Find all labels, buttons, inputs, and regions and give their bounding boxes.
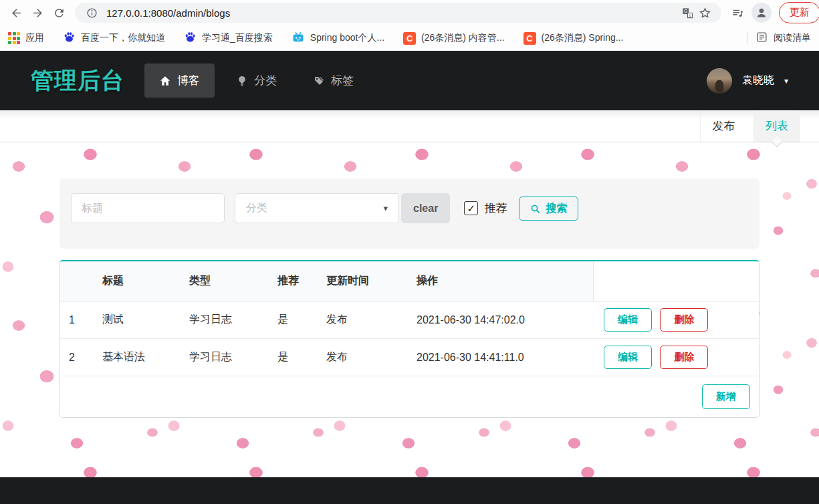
header-title: 标题	[94, 261, 181, 301]
url-text[interactable]: 127.0.0.1:8080/admin/blogs	[106, 7, 230, 19]
nav-item-label: 分类	[254, 73, 277, 88]
bookmark-csdn-2[interactable]: C (26条消息) Spring...	[523, 32, 624, 45]
apps-grid-icon	[8, 32, 20, 44]
bookmark-csdn-1[interactable]: C (26条消息) 内容管...	[403, 32, 504, 45]
title-input[interactable]	[71, 193, 225, 223]
add-button[interactable]: 新增	[702, 384, 750, 409]
reload-icon[interactable]	[48, 2, 70, 23]
edit-button[interactable]: 编辑	[604, 346, 652, 369]
browser-window: 127.0.0.1:8080/admin/blogs G文 更新 应用	[0, 0, 819, 504]
blog-table-card: 标题 类型 推荐 更新时间 操作 1 测试 学习日志	[60, 260, 759, 418]
cell-recommend: 是	[269, 339, 318, 376]
cell-recommend: 是	[269, 301, 318, 339]
header-updated: 更新时间	[318, 261, 408, 301]
recommend-filter: ✓ 推荐	[464, 201, 507, 216]
page-footer	[0, 477, 819, 504]
bookmark-label: 百度一下，你就知道	[81, 32, 165, 44]
header-recommend: 推荐	[269, 261, 318, 301]
cell-updated: 2021-06-30 14:47:02.0	[408, 301, 593, 339]
forward-icon[interactable]	[27, 2, 48, 23]
cell-index: 2	[60, 339, 94, 376]
table-row: 1 测试 学习日志 是 发布 2021-06-30 14:47:02.0 编辑 …	[60, 301, 759, 339]
cell-title: 测试	[94, 301, 181, 339]
nav-item-categories[interactable]: 分类	[221, 64, 291, 98]
bookmark-baidu[interactable]: 百度一下，你就知道	[63, 31, 165, 45]
cell-updated: 2021-06-30 14:41:11.0	[408, 339, 593, 376]
delete-button[interactable]: 删除	[660, 308, 708, 332]
home-icon	[159, 75, 171, 87]
clear-button[interactable]: clear	[401, 193, 450, 223]
header-index	[60, 261, 94, 301]
bookmark-label: Spring boot个人...	[310, 32, 384, 44]
address-bar[interactable]: 127.0.0.1:8080/admin/blogs G文	[75, 3, 721, 23]
user-menu[interactable]: 袁晓晓 ▾	[707, 68, 788, 94]
reading-list-button[interactable]: 阅读清单	[755, 31, 811, 45]
user-avatar	[707, 68, 732, 94]
tab-publish[interactable]: 发布	[700, 110, 747, 142]
chevron-down-icon: ▾	[784, 76, 788, 86]
blog-table: 标题 类型 推荐 更新时间 操作 1 测试 学习日志	[60, 261, 759, 376]
header-type: 类型	[181, 261, 269, 301]
search-icon	[530, 204, 540, 214]
bookmark-label: 应用	[25, 32, 44, 44]
bookmark-label: (26条消息) Spring...	[542, 32, 624, 44]
blog-subnav: 发布 列表	[0, 110, 819, 142]
cell-type: 学习日志	[181, 339, 269, 376]
baidu-icon	[184, 31, 197, 45]
reading-list-icon	[755, 31, 768, 45]
back-icon[interactable]	[5, 2, 27, 23]
search-button-label: 搜索	[546, 202, 567, 216]
page-background: 分类 ▾ clear ✓ 推荐 搜索	[0, 142, 819, 477]
category-placeholder: 分类	[246, 201, 267, 215]
bookmark-xuexitong[interactable]: 学习通_百度搜索	[184, 31, 273, 45]
cell-title: 基本语法	[94, 339, 181, 376]
recommend-checkbox[interactable]: ✓	[464, 201, 478, 215]
media-controls-icon[interactable]	[727, 2, 748, 23]
caret-down-icon: ▾	[383, 203, 388, 213]
translate-icon[interactable]: G文	[679, 4, 696, 21]
bookmark-label: (26条消息) 内容管...	[421, 32, 504, 44]
search-button[interactable]: 搜索	[519, 197, 578, 221]
user-name: 袁晓晓	[742, 74, 774, 88]
cell-type: 学习日志	[181, 301, 269, 339]
table-row: 2 基本语法 学习日志 是 发布 2021-06-30 14:41:11.0 编…	[60, 339, 759, 376]
recommend-label: 推荐	[484, 201, 507, 216]
table-header-row: 标题 类型 推荐 更新时间 操作	[60, 261, 759, 301]
cell-index: 1	[60, 301, 94, 339]
csdn-icon: C	[523, 32, 536, 45]
category-dropdown[interactable]: 分类 ▾	[235, 193, 399, 223]
tags-icon	[313, 75, 325, 87]
browser-profile-icon[interactable]	[751, 3, 772, 23]
idea-icon	[236, 75, 248, 87]
nav-item-tags[interactable]: 标签	[298, 64, 368, 98]
edit-button[interactable]: 编辑	[604, 308, 652, 332]
svg-text:文: 文	[688, 13, 691, 17]
bookmark-springboot[interactable]: Spring boot个人...	[291, 31, 384, 46]
baidu-icon	[63, 31, 76, 45]
filter-panel: 分类 ▾ clear ✓ 推荐 搜索	[60, 178, 759, 249]
nav-item-blogs[interactable]: 博客	[144, 64, 215, 98]
admin-navbar: 管理后台 博客 分类 标签 袁晓晓 ▾	[0, 51, 819, 110]
site-logo[interactable]: 管理后台	[31, 66, 124, 96]
reading-list-label: 阅读清单	[774, 32, 811, 44]
info-icon[interactable]	[83, 4, 100, 21]
bilibili-icon	[291, 31, 305, 46]
delete-button[interactable]: 删除	[660, 346, 708, 369]
csdn-icon: C	[403, 32, 416, 45]
nav-item-label: 标签	[331, 73, 354, 88]
bookmark-apps[interactable]: 应用	[8, 32, 44, 44]
nav-item-label: 博客	[177, 73, 200, 88]
bookmark-label: 学习通_百度搜索	[202, 32, 273, 44]
cell-status: 发布	[318, 339, 408, 376]
header-actions: 操作	[408, 261, 593, 301]
bookmarks-divider	[747, 32, 747, 44]
svg-text:G: G	[684, 9, 687, 13]
bookmarks-bar: 应用 百度一下，你就知道 学习通_百度搜索 Spring boot个人... C…	[0, 25, 819, 51]
table-footer: 新增	[60, 376, 759, 417]
browser-toolbar: 127.0.0.1:8080/admin/blogs G文 更新	[0, 0, 819, 25]
bookmark-star-icon[interactable]	[696, 4, 713, 21]
chrome-update-button[interactable]: 更新	[779, 2, 819, 23]
tab-list[interactable]: 列表	[753, 110, 800, 142]
cell-status: 发布	[318, 301, 408, 339]
header-spacer	[593, 261, 759, 301]
